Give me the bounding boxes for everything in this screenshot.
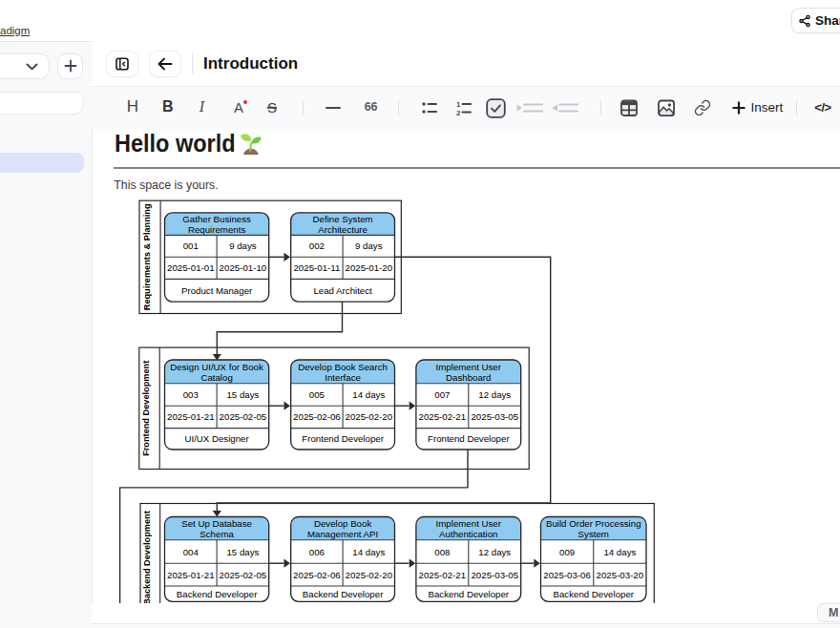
svg-text:2025-03-06: 2025-03-06 — [543, 569, 591, 579]
svg-text:Frontend Development: Frontend Development — [142, 360, 152, 455]
svg-text:Develop Book: Develop Book — [314, 518, 371, 529]
svg-text:2025-03-05: 2025-03-05 — [471, 411, 518, 422]
svg-text:2025-01-01: 2025-01-01 — [167, 262, 215, 273]
svg-text:15 days: 15 days — [226, 546, 259, 556]
svg-text:14 days: 14 days — [603, 546, 636, 556]
svg-text:9 days: 9 days — [229, 241, 257, 251]
svg-text:12 days: 12 days — [478, 389, 511, 400]
svg-text:Management API: Management API — [307, 529, 378, 539]
svg-text:2025-01-21: 2025-01-21 — [167, 569, 215, 579]
svg-text:Backend Developer: Backend Developer — [177, 588, 258, 598]
svg-text:12 days: 12 days — [478, 546, 511, 556]
svg-text:2025-01-20: 2025-01-20 — [346, 262, 393, 273]
svg-text:Gather Business: Gather Business — [182, 214, 251, 224]
svg-text:001: 001 — [183, 241, 199, 251]
svg-text:2025-02-05: 2025-02-05 — [220, 411, 267, 422]
svg-text:2025-02-20: 2025-02-20 — [346, 569, 393, 579]
svg-text:UI/UX Designer: UI/UX Designer — [184, 433, 249, 444]
svg-text:Catalog: Catalog — [200, 371, 232, 382]
svg-text:Implement User: Implement User — [436, 361, 502, 371]
svg-text:Implement User: Implement User — [436, 518, 502, 529]
svg-text:2025-02-21: 2025-02-21 — [419, 411, 467, 422]
svg-text:2025-01-11: 2025-01-11 — [293, 262, 340, 273]
svg-text:008: 008 — [434, 546, 450, 556]
svg-text:009: 009 — [559, 546, 575, 556]
svg-text:2025-01-10: 2025-01-10 — [220, 262, 267, 273]
svg-text:9 days: 9 days — [355, 241, 383, 251]
svg-text:004: 004 — [183, 546, 200, 556]
svg-text:14 days: 14 days — [352, 546, 385, 556]
svg-text:2025-01-21: 2025-01-21 — [167, 411, 215, 422]
svg-text:003: 003 — [183, 389, 199, 400]
svg-text:002: 002 — [309, 241, 325, 251]
svg-text:Backend Developer: Backend Developer — [553, 588, 634, 598]
svg-text:005: 005 — [309, 389, 325, 400]
svg-text:Architecture: Architecture — [318, 224, 368, 235]
svg-text:Product Manager: Product Manager — [181, 284, 253, 295]
svg-text:2025-02-05: 2025-02-05 — [220, 569, 267, 579]
svg-text:14 days: 14 days — [352, 389, 385, 400]
svg-text:007: 007 — [434, 389, 450, 400]
svg-text:2025-02-20: 2025-02-20 — [346, 411, 393, 422]
svg-text:Frontend Developer: Frontend Developer — [302, 433, 384, 444]
svg-text:Define System: Define System — [313, 214, 373, 224]
svg-text:Set Up Database: Set Up Database — [181, 518, 252, 529]
svg-text:Dashboard: Dashboard — [446, 371, 491, 382]
svg-text:Build Order Processing: Build Order Processing — [546, 518, 641, 529]
svg-text:Backend Development: Backend Development — [142, 511, 152, 603]
svg-text:2: 2 — [456, 109, 461, 116]
svg-text:2025-03-20: 2025-03-20 — [597, 569, 644, 579]
svg-text:Authentication: Authentication — [439, 529, 497, 539]
svg-text:Develop Book Search: Develop Book Search — [298, 361, 388, 371]
svg-text:Requirements & Planning: Requirements & Planning — [142, 203, 152, 310]
svg-text:Backend Developer: Backend Developer — [429, 588, 510, 598]
svg-text:Design UI/UX for Book: Design UI/UX for Book — [170, 361, 263, 371]
svg-text:2025-03-05: 2025-03-05 — [471, 569, 518, 579]
svg-text:2025-02-06: 2025-02-06 — [293, 411, 341, 422]
svg-text:15 days: 15 days — [226, 389, 259, 400]
svg-text:Requirements: Requirements — [188, 224, 245, 235]
svg-text:2025-02-06: 2025-02-06 — [293, 569, 341, 579]
svg-text:006: 006 — [309, 546, 325, 556]
svg-text:Frontend Developer: Frontend Developer — [428, 433, 510, 444]
svg-text:Backend Developer: Backend Developer — [303, 588, 384, 598]
svg-text:Lead Architect: Lead Architect — [313, 284, 372, 295]
svg-text:Schema: Schema — [200, 529, 234, 539]
svg-text:1: 1 — [456, 100, 461, 109]
svg-text:System: System — [578, 529, 609, 539]
svg-text:Interface: Interface — [325, 371, 361, 382]
svg-text:2025-02-21: 2025-02-21 — [419, 569, 467, 579]
